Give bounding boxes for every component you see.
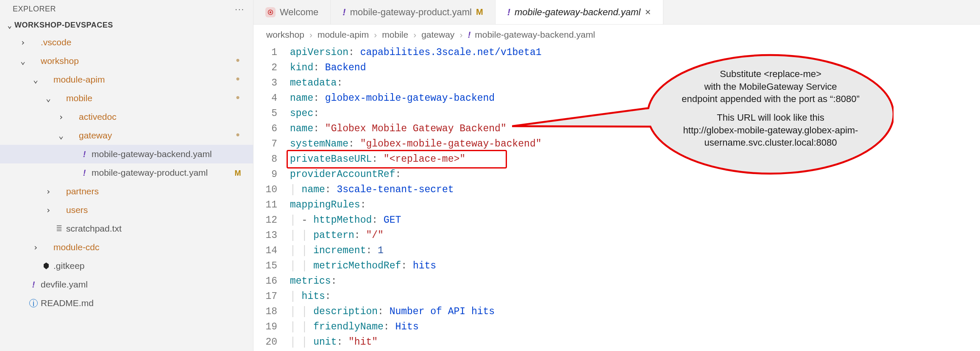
app-root: EXPLORER ··· ⌄ WORKSHOP-DEVSPACES ›.vsco… [0, 0, 980, 351]
chevron-down-icon: ⌄ [31, 75, 41, 85]
code-line[interactable]: systemName: "globex-mobile-gateway-backe… [290, 136, 542, 152]
code-line[interactable]: │ │ friendlyName: Hits [290, 319, 542, 334]
editor-tab[interactable]: ⦿Welcome [253, 0, 331, 24]
yaml-file-icon: ! [79, 168, 90, 178]
file-tree: ›.vscode⌄workshop•⌄module-apim•⌄mobile•›… [0, 33, 253, 351]
code-line[interactable]: │ │ description: Number of API hits [290, 304, 542, 319]
file-tree-row[interactable]: .gitkeep [0, 257, 253, 275]
file-tree-row[interactable]: ›partners [0, 182, 253, 201]
file-tree-row[interactable]: ⌄module-apim• [0, 70, 253, 89]
line-number: 19 [253, 319, 277, 334]
editor-tab[interactable]: !mobile-gateway-backend.yaml✕ [496, 0, 663, 24]
file-tree-label: README.md [41, 298, 229, 308]
line-number: 10 [253, 182, 277, 197]
file-tree-row[interactable]: !mobile-gateway-product.yamlM [0, 163, 253, 182]
code-line[interactable]: providerAccountRef: [290, 167, 542, 182]
file-tree-label: mobile [66, 93, 229, 103]
code-line[interactable]: │ │ metricMethodRef: hits [290, 258, 542, 274]
code-line[interactable]: │ │ increment: 1 [290, 243, 542, 258]
chevron-right-icon: › [56, 112, 66, 122]
file-tree-row[interactable]: !mobile-gateway-backend.yaml [0, 145, 253, 163]
chevron-down-icon: ⌄ [43, 93, 53, 103]
tab-label: mobile-gateway-backend.yaml [515, 7, 640, 18]
breadcrumb-segment[interactable]: mobile [382, 30, 408, 40]
code-line[interactable]: privateBaseURL: "<replace-me>" [290, 152, 542, 167]
modified-dot-icon: • [229, 93, 246, 103]
file-tree-row[interactable]: ⌄mobile• [0, 89, 253, 108]
line-number: 18 [253, 304, 277, 319]
line-number: 2 [253, 60, 277, 75]
chevron-down-icon: ⌄ [56, 130, 66, 141]
line-gutter: 1234567891011121314151617181920 [253, 45, 285, 351]
close-icon[interactable]: ✕ [645, 8, 651, 17]
explorer-sidebar: EXPLORER ··· ⌄ WORKSHOP-DEVSPACES ›.vsco… [0, 0, 253, 351]
line-number: 9 [253, 167, 277, 182]
editor-tab[interactable]: !mobile-gateway-product.yamlM [331, 0, 495, 24]
breadcrumb-separator-icon: › [374, 30, 377, 40]
file-tree-row[interactable]: iREADME.md [0, 294, 253, 312]
code-line[interactable]: metadata: [290, 75, 542, 91]
file-tree-row[interactable]: !devfile.yaml [0, 275, 253, 294]
file-tree-row[interactable]: ≣scratchpad.txt [0, 219, 253, 238]
chevron-down-icon: ⌄ [18, 56, 28, 66]
breadcrumb-file[interactable]: ! mobile-gateway-backend.yaml [468, 30, 595, 40]
file-tree-label: mobile-gateway-backend.yaml [92, 149, 229, 159]
code-editor[interactable]: 1234567891011121314151617181920 apiVersi… [253, 45, 980, 351]
chevron-right-icon: › [18, 37, 28, 47]
code-line[interactable]: kind: Backend [290, 60, 542, 75]
code-line[interactable]: name: globex-mobile-gateway-backend [290, 91, 542, 106]
yaml-file-icon: ! [28, 280, 39, 290]
code-line[interactable]: │ │ unit: "hit" [290, 334, 542, 350]
file-tree-row[interactable]: ⌄workshop• [0, 52, 253, 70]
code-line[interactable]: │ hits: [290, 289, 542, 304]
code-line[interactable]: │ │ pattern: "/" [290, 228, 542, 243]
line-number: 8 [253, 152, 277, 167]
file-tree-label: .vscode [41, 37, 229, 47]
file-tree-label: module-apim [53, 75, 229, 85]
file-tree-row[interactable]: ›.vscode [0, 33, 253, 52]
code-line[interactable]: spec: [290, 106, 542, 121]
code-line[interactable]: metrics: [290, 274, 542, 289]
file-tree-label: .gitkeep [53, 261, 229, 271]
gitkeep-file-icon [41, 262, 52, 270]
file-tree-row[interactable]: ›activedoc [0, 108, 253, 126]
file-tree-row[interactable]: ›users [0, 201, 253, 219]
tab-label: mobile-gateway-product.yaml [350, 7, 472, 18]
file-tree-label: workshop [41, 56, 229, 66]
code-line[interactable]: │ name: 3scale-tenant-secret [290, 182, 542, 197]
file-tree-label: users [66, 205, 229, 215]
breadcrumb-separator-icon: › [413, 30, 416, 40]
breadcrumb-segment[interactable]: module-apim [317, 30, 369, 40]
line-number: 13 [253, 228, 277, 243]
modified-dot-icon: • [229, 130, 246, 141]
code-line[interactable]: name: "Globex Mobile Gateway Backend" [290, 121, 542, 136]
code-content[interactable]: apiVersion: capabilities.3scale.net/v1be… [285, 45, 542, 351]
code-line[interactable]: │ - httpMethod: GET [290, 213, 542, 228]
explorer-header: EXPLORER ··· [0, 0, 253, 18]
editor-tabs: ⦿Welcome!mobile-gateway-product.yamlM!mo… [253, 0, 980, 25]
breadcrumb-segment[interactable]: gateway [421, 30, 454, 40]
code-line[interactable]: mappingRules: [290, 197, 542, 213]
file-tree-row[interactable]: ⌄gateway• [0, 126, 253, 145]
breadcrumb-segment[interactable]: workshop [266, 30, 304, 40]
file-tree-label: partners [66, 186, 229, 196]
chevron-right-icon: › [31, 242, 41, 252]
workspace-section-header[interactable]: ⌄ WORKSHOP-DEVSPACES [0, 18, 253, 33]
line-number: 12 [253, 213, 277, 228]
yaml-file-icon: ! [79, 149, 90, 159]
file-tree-label: mobile-gateway-product.yaml [92, 168, 229, 178]
line-number: 5 [253, 106, 277, 121]
breadcrumb-file-label: mobile-gateway-backend.yaml [475, 30, 595, 39]
welcome-icon: ⦿ [265, 7, 276, 17]
line-number: 15 [253, 258, 277, 274]
file-tree-label: scratchpad.txt [66, 224, 229, 234]
line-number: 20 [253, 334, 277, 350]
editor-area: ⦿Welcome!mobile-gateway-product.yamlM!mo… [253, 0, 980, 351]
text-file-icon: ≣ [53, 224, 64, 233]
breadcrumb[interactable]: workshop›module-apim›mobile›gateway›! mo… [253, 25, 980, 45]
info-file-icon: i [28, 299, 39, 307]
code-line[interactable]: apiVersion: capabilities.3scale.net/v1be… [290, 45, 542, 60]
line-number: 11 [253, 197, 277, 213]
more-actions-icon[interactable]: ··· [235, 4, 245, 14]
file-tree-row[interactable]: ›module-cdc [0, 238, 253, 257]
